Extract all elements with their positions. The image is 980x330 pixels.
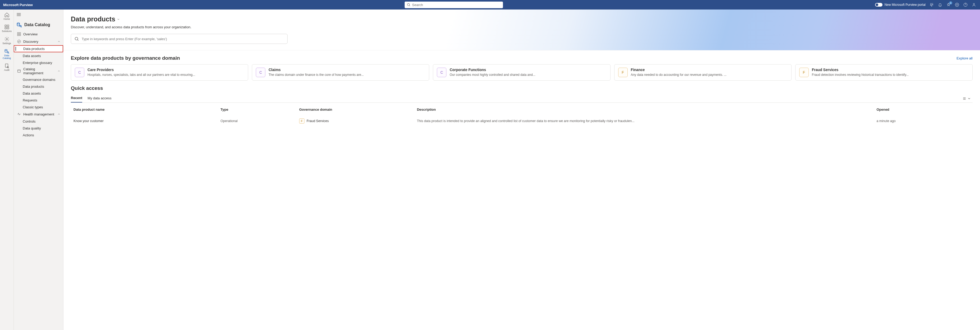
domain-badge: F xyxy=(799,68,809,77)
table-row[interactable]: Know your customer Operational F Fraud S… xyxy=(72,115,972,127)
diagnostics-icon[interactable] xyxy=(929,2,934,7)
rail-solutions-label: Solutions xyxy=(2,30,12,33)
svg-rect-23 xyxy=(18,32,19,34)
catalog-icon xyxy=(4,49,10,54)
col-type[interactable]: Type xyxy=(218,105,296,114)
nav-cm-data-assets[interactable]: Data assets xyxy=(14,90,63,97)
rail-catalog-label: Data Catalog xyxy=(1,54,13,60)
nav-controls[interactable]: Controls xyxy=(14,118,63,125)
portal-toggle-area: New Microsoft Purview portal xyxy=(875,3,926,6)
nav-data-assets[interactable]: Data assets xyxy=(14,52,63,59)
data-product-search-input[interactable] xyxy=(82,37,284,41)
svg-rect-25 xyxy=(18,34,19,36)
svg-point-15 xyxy=(7,52,8,53)
domain-card-fraud-services[interactable]: F Fraud Services Fraud detection involve… xyxy=(795,64,973,81)
rail-solutions[interactable]: Solutions xyxy=(1,24,13,33)
domain-card-title: Claims xyxy=(269,68,364,72)
svg-point-6 xyxy=(964,3,967,6)
svg-point-3 xyxy=(931,6,932,6)
domain-card-finance[interactable]: F Finance Any data needed to do accounti… xyxy=(614,64,792,81)
col-domain[interactable]: Governance domain xyxy=(297,105,414,114)
nav-cm-data-products[interactable]: Data products xyxy=(14,83,63,90)
account-icon[interactable] xyxy=(972,2,976,7)
col-opened[interactable]: Opened xyxy=(874,105,972,114)
portal-toggle-label: New Microsoft Purview portal xyxy=(885,3,926,6)
page-subtitle: Discover, understand, and access data pr… xyxy=(71,25,973,29)
domain-card-care-providers[interactable]: C Care Providers Hospitals, nurses, spec… xyxy=(71,64,248,81)
domain-card-title: Fraud Services xyxy=(812,68,909,72)
nav-classic-types[interactable]: Classic types xyxy=(14,103,63,110)
settings-gear-icon[interactable] xyxy=(955,2,959,7)
explore-all-link[interactable]: Explore all xyxy=(956,56,973,60)
chevron-up-icon xyxy=(57,70,60,73)
quick-access-table: Data product name Type Governance domain… xyxy=(71,105,973,128)
notifications-icon[interactable] xyxy=(938,2,942,7)
domain-card-title: Corporate Functions xyxy=(450,68,535,72)
svg-rect-28 xyxy=(18,70,21,73)
global-search-input[interactable] xyxy=(412,3,501,7)
rail-audit-label: Audit xyxy=(4,69,10,71)
rail-audit[interactable]: Audit xyxy=(1,63,13,71)
nav-enterprise-glossary[interactable]: Enterprise glossary xyxy=(14,59,63,66)
nav-health-management[interactable]: Health management xyxy=(14,110,63,118)
svg-point-27 xyxy=(18,40,21,43)
cell-desc: This data product is intended to provide… xyxy=(415,115,874,127)
gear-icon xyxy=(4,36,10,42)
domain-badge: C xyxy=(437,68,446,77)
svg-point-4 xyxy=(932,5,933,5)
explore-section: Explore data products by governance doma… xyxy=(64,51,980,81)
tasks-icon[interactable]: 1 xyxy=(946,2,951,7)
list-icon xyxy=(963,97,966,100)
nav-catalog-management[interactable]: Catalog management xyxy=(14,66,63,76)
nav-data-quality[interactable]: Data quality xyxy=(14,125,63,132)
svg-point-0 xyxy=(407,3,410,6)
chevron-down-icon[interactable] xyxy=(117,18,120,21)
nav-catmgmt-label: Catalog management xyxy=(23,67,55,75)
overview-icon xyxy=(17,32,21,36)
cell-domain-label: Fraud Services xyxy=(307,119,329,123)
rail-settings-label: Settings xyxy=(2,42,11,45)
svg-rect-26 xyxy=(19,34,21,36)
global-search[interactable] xyxy=(405,2,503,8)
cell-domain: F Fraud Services xyxy=(297,115,414,127)
svg-point-2 xyxy=(930,5,931,6)
chevron-up-icon xyxy=(57,113,60,116)
tab-my-data-access[interactable]: My data access xyxy=(88,95,111,102)
svg-line-1 xyxy=(409,6,410,6)
nav-requests[interactable]: Requests xyxy=(14,97,63,103)
nav-discovery[interactable]: Discovery xyxy=(14,38,63,45)
data-product-search[interactable] xyxy=(71,34,288,44)
tasks-badge: 1 xyxy=(949,1,952,5)
sidebar: Data Catalog Overview Discovery Data pro… xyxy=(14,10,64,330)
svg-rect-16 xyxy=(5,64,8,67)
help-icon[interactable] xyxy=(963,2,968,7)
domain-card-corporate-functions[interactable]: C Corporate Functions Our companies most… xyxy=(433,64,610,81)
sidebar-title: Data Catalog xyxy=(14,18,63,30)
domain-badge: C xyxy=(256,68,265,77)
nav-discovery-label: Discovery xyxy=(23,40,38,44)
svg-rect-11 xyxy=(5,27,6,29)
quick-access-title: Quick access xyxy=(71,85,103,91)
app-header: Microsoft Purview New Microsoft Purview … xyxy=(0,0,980,10)
portal-toggle[interactable] xyxy=(875,3,883,6)
col-name[interactable]: Data product name xyxy=(72,105,218,114)
nav-overview[interactable]: Overview xyxy=(14,30,63,38)
nav-governance-domains[interactable]: Governance domains xyxy=(14,76,63,83)
domain-badge-small: F xyxy=(299,118,304,124)
tab-recent[interactable]: Recent xyxy=(71,94,82,103)
rail-settings[interactable]: Settings xyxy=(1,36,13,45)
home-icon xyxy=(4,12,10,17)
domain-card-claims[interactable]: C Claims The claims domain under finance… xyxy=(252,64,429,81)
svg-rect-24 xyxy=(19,32,21,34)
sidebar-collapse-icon[interactable] xyxy=(14,12,63,18)
cell-opened: a minute ago xyxy=(874,115,972,127)
nav-actions[interactable]: Actions xyxy=(14,132,63,138)
rail-home[interactable]: Home xyxy=(1,12,13,21)
col-desc[interactable]: Description xyxy=(415,105,874,114)
nav-data-products[interactable]: Data products xyxy=(14,45,63,52)
svg-point-17 xyxy=(7,67,8,68)
view-mode-button[interactable] xyxy=(963,97,973,100)
rail-data-catalog[interactable]: Data Catalog xyxy=(1,49,13,60)
svg-rect-12 xyxy=(7,27,9,29)
svg-point-8 xyxy=(973,3,974,5)
